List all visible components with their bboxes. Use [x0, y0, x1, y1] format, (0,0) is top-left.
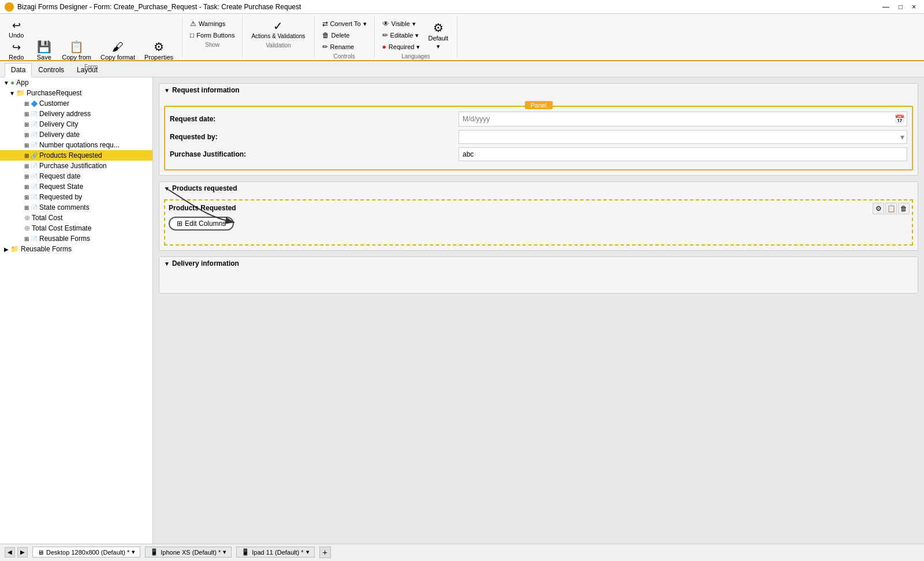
requested-by-select[interactable]: ▾	[459, 130, 907, 144]
edit-columns-icon: ⊞	[177, 220, 182, 228]
ribbon-languages-label: Languages	[401, 53, 430, 60]
app-icon	[5, 2, 14, 12]
properties-button[interactable]: ⚙ Properties	[140, 39, 177, 62]
label-requested-by: Requested by:	[170, 133, 459, 141]
ribbon-group-form: ↩ Undo ↪ Redo 💾 Save 📋 Copy from 🖌 Copy …	[0, 16, 182, 58]
field-icon-rd: ⊞	[24, 173, 29, 180]
calc-icon-tce: ⊕	[24, 224, 30, 232]
field-icon-rf2: ⊞	[24, 236, 29, 242]
sidebar-item-purchasejustification[interactable]: ⊞ 📄 Purchase Justification	[0, 161, 152, 171]
edit-columns-button[interactable]: ⊞ Edit Columns	[169, 217, 234, 231]
chevron-request-info: ▼	[164, 87, 170, 94]
section-header-products[interactable]: ▼ Products requested	[159, 182, 918, 195]
field-icon-da: ⊞	[24, 111, 29, 117]
tab-data[interactable]: Data	[5, 63, 32, 77]
minimize-button[interactable]: —	[879, 1, 893, 13]
actions-icon: ✓	[273, 20, 283, 32]
editable-icon: ✏	[382, 31, 388, 39]
sidebar-item-statecomments[interactable]: ⊞ 📄 State comments	[0, 202, 152, 213]
section-body-request-info: Panel Request date: 📅 Requested by:	[159, 96, 918, 175]
ribbon: ↩ Undo ↪ Redo 💾 Save 📋 Copy from 🖌 Copy …	[0, 14, 924, 61]
form-row-request-date: Request date: 📅	[170, 112, 907, 127]
sidebar-item-requeststate[interactable]: ⊞ 📄 Request State	[0, 181, 152, 192]
convert-icon: ⇄	[322, 20, 328, 28]
device-tab-desktop[interactable]: 🖥 Desktop 1280x800 (Default) * ▾	[32, 547, 140, 558]
save-button[interactable]: 💾 Save	[31, 39, 57, 62]
sidebar-item-requestdate[interactable]: ⊞ 📄 Request date	[0, 171, 152, 181]
copy-format-button[interactable]: 🖌 Copy format	[96, 39, 139, 62]
sidebar-item-totalcostestimate[interactable]: ⊕ Total Cost Estimate	[0, 223, 152, 233]
subicon-dc: 📄	[31, 121, 38, 128]
convert-to-button[interactable]: ⇄ Convert To ▾	[319, 18, 370, 29]
title-bar-left: Bizagi Forms Designer - Form: Create_Pur…	[5, 2, 301, 12]
products-grid-title: Products Requested	[169, 204, 908, 212]
section-delivery-info: ▼ Delivery information	[159, 257, 918, 293]
editable-button[interactable]: ✏ Editable ▾	[379, 30, 423, 40]
section-header-delivery[interactable]: ▼ Delivery information	[159, 257, 918, 270]
products-toolbar: ⚙ 📋 🗑	[873, 203, 910, 214]
title-bar-controls[interactable]: — □ ×	[879, 1, 919, 13]
sidebar-item-deliveryaddress[interactable]: ⊞ 📄 Delivery address	[0, 109, 152, 119]
sidebar-item-reusableforms2[interactable]: ⊞ 📄 Reusable Forms	[0, 233, 152, 244]
products-copy-button[interactable]: 📋	[885, 203, 897, 214]
request-date-input[interactable]: 📅	[459, 112, 907, 127]
sidebar-item-deliverydate[interactable]: ⊞ 📄 Delivery date	[0, 129, 152, 140]
sidebar-item-reusableforms[interactable]: ▶ 📁 Reusable Forms	[0, 244, 152, 254]
sidebar-item-productsrequested[interactable]: ⊞ 🔗 Products Requested	[0, 150, 152, 161]
add-device-button[interactable]: +	[319, 547, 331, 558]
request-date-field[interactable]	[459, 112, 892, 126]
folder-icon-rf: 📁	[10, 245, 19, 253]
ribbon-group-controls: ⇄ Convert To ▾ 🗑 Delete ✏ Rename Control…	[315, 16, 375, 58]
section-header-request-info[interactable]: ▼ Request information	[159, 84, 918, 96]
sidebar-item-requestedby[interactable]: ⊞ 📄 Requested by	[0, 192, 152, 202]
default-button[interactable]: ⚙ Default ▾	[424, 20, 452, 52]
rename-button[interactable]: ✏ Rename	[319, 42, 370, 52]
visible-button[interactable]: 👁 Visible ▾	[379, 18, 423, 29]
tab-layout[interactable]: Layout	[70, 63, 104, 77]
chevron-delivery: ▼	[164, 261, 170, 267]
main-layout: ▼ ● App ▼ 📁 PurchaseRequest ⊞ 🔷 Customer…	[0, 77, 924, 544]
device-tab-ipad[interactable]: 📱 Ipad 11 (Default) * ▾	[236, 547, 314, 558]
device-tab-iphone[interactable]: 📱 Iphone XS (Default) * ▾	[145, 547, 232, 558]
field-icon-dc: ⊞	[24, 121, 29, 128]
copy-format-icon: 🖌	[112, 41, 124, 53]
warnings-button[interactable]: ⚠ Warnings	[187, 18, 237, 29]
tab-controls[interactable]: Controls	[32, 63, 70, 77]
section-body-delivery	[159, 270, 918, 293]
required-button[interactable]: ● Required ▾	[379, 42, 423, 52]
section-body-products: ⚙ 📋 🗑 Products Requested ⊞ Edit Columns	[159, 195, 918, 250]
warnings-icon: ⚠	[190, 20, 196, 28]
label-request-date: Request date:	[170, 115, 459, 123]
sidebar-item-numberquotations[interactable]: ⊞ 📄 Number quotations requ...	[0, 140, 152, 150]
products-delete-button[interactable]: 🗑	[898, 203, 910, 214]
subicon-rs: 📄	[31, 184, 38, 190]
calc-icon-tc: ⊕	[24, 214, 30, 222]
purchase-justification-field[interactable]	[459, 147, 907, 161]
rename-icon: ✏	[322, 43, 328, 51]
nav-prev-button[interactable]: ◀	[5, 547, 15, 558]
products-settings-button[interactable]: ⚙	[873, 203, 884, 214]
default-icon: ⚙	[433, 22, 444, 34]
ribbon-validation-label: Validation	[266, 42, 290, 49]
requested-by-field[interactable]	[459, 131, 898, 143]
sidebar-item-customer[interactable]: ⊞ 🔷 Customer	[0, 98, 152, 109]
close-button[interactable]: ×	[908, 1, 919, 13]
title-bar-text: Bizagi Forms Designer - Form: Create_Pur…	[17, 3, 301, 11]
ribbon-group-validation: ✓ Actions & Validations Validation	[243, 16, 314, 58]
sidebar-item-purchaserequest[interactable]: ▼ 📁 PurchaseRequest	[0, 88, 152, 98]
form-buttons-button[interactable]: □ Form Buttons	[187, 30, 237, 40]
delete-button[interactable]: 🗑 Delete	[319, 30, 370, 40]
bottom-bar: ◀ ▶ 🖥 Desktop 1280x800 (Default) * ▾ 📱 I…	[0, 544, 924, 560]
sidebar-item-deliverycity[interactable]: ⊞ 📄 Delivery City	[0, 119, 152, 129]
field-icon-dd: ⊞	[24, 132, 29, 138]
maximize-button[interactable]: □	[895, 1, 906, 13]
iphone-chevron-icon: ▾	[223, 548, 226, 556]
sidebar-item-totalcost[interactable]: ⊕ Total Cost	[0, 213, 152, 223]
actions-validations-button[interactable]: ✓ Actions & Validations	[247, 18, 309, 41]
sidebar-item-app[interactable]: ▼ ● App	[0, 77, 152, 88]
nav-next-button[interactable]: ▶	[17, 547, 28, 558]
ipad-icon: 📱	[241, 548, 249, 556]
redo-button[interactable]: ↪ Redo	[5, 40, 28, 62]
copy-from-button[interactable]: 📋 Copy from	[58, 39, 95, 62]
undo-button[interactable]: ↩ Undo	[5, 18, 28, 40]
